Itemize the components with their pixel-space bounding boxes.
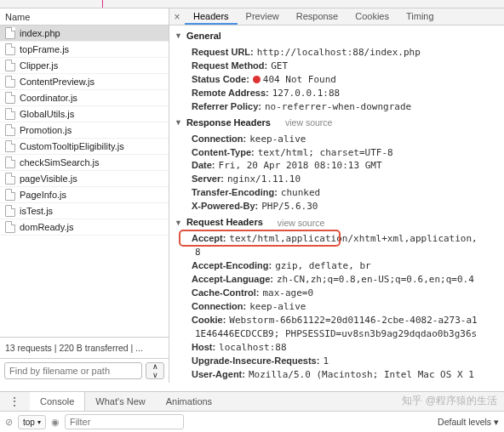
file-icon — [5, 156, 15, 168]
file-icon — [5, 221, 15, 233]
header-row: Accept-Encoding:gzip, deflate, br — [175, 259, 504, 273]
header-row: X-Powered-By:PHP/5.6.30 — [175, 200, 504, 213]
header-row: Referrer Policy:no-referrer-when-downgra… — [175, 100, 504, 114]
header-row: User-Agent:Mozilla/5.0 (Macintosh; Intel… — [175, 368, 504, 382]
file-row[interactable]: isTest.js — [0, 203, 169, 219]
file-name-label: pageVisible.js — [20, 173, 77, 184]
file-name-label: Clipper.js — [20, 60, 58, 71]
drawer-tab-console[interactable]: Console — [30, 392, 85, 411]
context-selector[interactable]: top▾ — [18, 415, 46, 429]
header-row: Request URL:http://localhost:88/index.ph… — [175, 46, 504, 60]
disclosure-triangle-icon: ▼ — [175, 117, 182, 128]
console-filter-input[interactable] — [65, 414, 184, 429]
request-detail-panel: × HeadersPreviewResponseCookiesTiming ▼G… — [169, 9, 504, 383]
file-row[interactable]: domReady.js — [0, 219, 169, 236]
drawer-menu-icon[interactable]: ⋮ — [0, 395, 30, 408]
section-header[interactable]: ▼Response Headersview source — [175, 114, 504, 133]
section-header[interactable]: ▼Request Headersview source — [175, 213, 504, 232]
file-name-label: checkSimSearch.js — [20, 157, 100, 168]
close-icon[interactable]: × — [169, 9, 185, 25]
tab-headers[interactable]: Headers — [185, 9, 238, 25]
file-icon — [5, 205, 15, 217]
tab-timing[interactable]: Timing — [398, 9, 443, 25]
header-row: Server:nginx/1.11.10 — [175, 173, 504, 186]
drawer-tab-what-s-new[interactable]: What's New — [85, 392, 155, 411]
network-file-panel: Name index.phptopFrame.jsClipper.jsConte… — [0, 9, 169, 383]
header-row: Host:localhost:88 — [175, 341, 504, 355]
file-icon — [5, 27, 15, 39]
file-icon — [5, 140, 15, 152]
header-row: Accept-Language:zh-CN,zh;q=0.8,en-US;q=0… — [175, 273, 504, 287]
file-icon — [5, 76, 15, 88]
file-row[interactable]: Promotion.js — [0, 122, 169, 139]
file-name-label: index.php — [20, 28, 60, 38]
file-row[interactable]: topFrame.js — [0, 42, 169, 58]
file-row[interactable]: Coordinator.js — [0, 90, 169, 106]
file-row[interactable]: index.php — [0, 26, 169, 42]
file-name-label: CustomTooltipEligibility.js — [20, 141, 124, 151]
file-row[interactable]: ContentPreview.js — [0, 74, 169, 90]
disclosure-triangle-icon: ▼ — [175, 218, 182, 229]
view-source-link[interactable]: view source — [285, 117, 332, 129]
console-toolbar: ⊘ top▾ ◉ Default levels ▾ — [0, 412, 504, 432]
file-name-label: isTest.js — [20, 206, 53, 216]
file-row[interactable]: CustomTooltipEligibility.js — [0, 139, 169, 155]
header-row: Remote Address:127.0.0.1:88 — [175, 87, 504, 100]
file-icon — [5, 92, 15, 104]
file-row[interactable]: GlobalUtils.js — [0, 106, 169, 122]
file-name-label: Promotion.js — [20, 125, 72, 135]
file-icon — [5, 108, 15, 120]
tab-response[interactable]: Response — [288, 9, 347, 25]
network-status-text: 13 requests | 220 B transferred | ... — [0, 337, 169, 358]
view-source-link[interactable]: view source — [278, 217, 324, 230]
file-icon — [5, 43, 15, 55]
clear-console-icon[interactable]: ⊘ — [5, 417, 13, 428]
filter-dropdown-button[interactable]: ∧∨ — [146, 362, 164, 379]
file-icon — [5, 60, 15, 71]
tab-cookies[interactable]: Cookies — [346, 9, 398, 25]
header-row: Status Code:404 Not Found — [175, 73, 504, 87]
eye-icon[interactable]: ◉ — [51, 417, 60, 428]
file-row[interactable]: checkSimSearch.js — [0, 155, 169, 171]
header-row: Cache-Control:max-age=0 — [175, 287, 504, 300]
name-column-header[interactable]: Name — [0, 9, 169, 26]
header-row: Connection:keep-alive — [175, 133, 504, 146]
header-row: Accept:text/html,application/xhtml+xml,a… — [175, 232, 504, 246]
file-name-label: Coordinator.js — [20, 93, 77, 103]
file-row[interactable]: PageInfo.js — [0, 187, 169, 203]
file-name-label: PageInfo.js — [20, 190, 66, 200]
file-icon — [5, 124, 15, 136]
header-row: Cookie:Webstorm-66b61122=20d01146-2cbe-4… — [175, 314, 504, 327]
find-file-input[interactable] — [4, 362, 142, 379]
drawer-tab-bar: ⋮ ConsoleWhat's NewAnimations — [0, 391, 504, 412]
header-row: 1E46446ECDCCB9; PHPSESSID=uv8sn3b9ag29dq… — [175, 327, 504, 341]
header-row: Request Method:GET — [175, 60, 504, 73]
status-dot-icon — [253, 76, 261, 83]
file-name-label: topFrame.js — [20, 44, 69, 54]
header-row: Upgrade-Insecure-Requests:1 — [175, 355, 504, 368]
file-icon — [5, 189, 15, 201]
file-row[interactable]: pageVisible.js — [0, 171, 169, 187]
header-row: Date:Fri, 20 Apr 2018 08:10:13 GMT — [175, 159, 504, 173]
section-header[interactable]: ▼General — [175, 27, 504, 46]
drawer-tab-animations[interactable]: Animations — [156, 392, 222, 411]
file-name-label: domReady.js — [20, 222, 73, 232]
log-levels-selector[interactable]: Default levels ▾ — [438, 417, 499, 427]
header-row: 8 — [175, 246, 504, 259]
file-name-label: ContentPreview.js — [20, 77, 94, 87]
file-row[interactable]: Clipper.js — [0, 58, 169, 74]
file-name-label: GlobalUtils.js — [20, 109, 74, 119]
disclosure-triangle-icon: ▼ — [175, 31, 182, 42]
header-row: Transfer-Encoding:chunked — [175, 186, 504, 200]
file-icon — [5, 173, 15, 185]
header-row: Content-Type:text/html; charset=UTF-8 — [175, 146, 504, 160]
tab-preview[interactable]: Preview — [238, 9, 288, 25]
file-list: index.phptopFrame.jsClipper.jsContentPre… — [0, 26, 169, 337]
header-row: Connection:keep-alive — [175, 300, 504, 314]
